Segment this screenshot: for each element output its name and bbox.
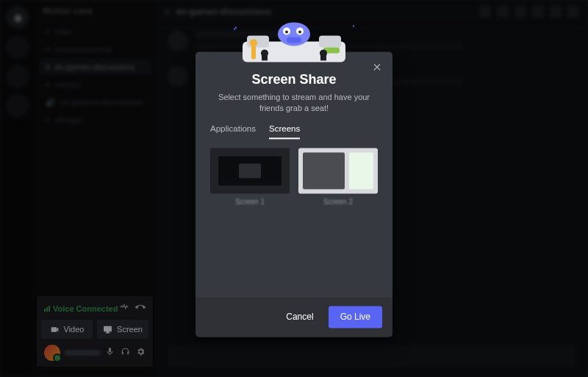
- screens-grid: Screen 1 Screen 2: [207, 147, 381, 214]
- modal-footer: Cancel Go Live: [196, 298, 392, 337]
- screen-label: Screen 1: [210, 198, 290, 207]
- screen-thumbnail: [298, 148, 378, 194]
- screen-share-modal: Screen Share Select something to stream …: [196, 51, 392, 337]
- screen-label: Screen 2: [298, 198, 378, 207]
- screen-option[interactable]: Screen 2: [298, 148, 378, 207]
- tab-applications[interactable]: Applications: [210, 125, 256, 140]
- cancel-button[interactable]: Cancel: [277, 306, 322, 328]
- close-icon: [371, 61, 383, 73]
- go-live-button[interactable]: Go Live: [329, 306, 382, 328]
- close-button[interactable]: [369, 59, 385, 75]
- screen-option[interactable]: Screen 1: [210, 148, 290, 207]
- modal-subtitle: Select something to stream and have your…: [217, 92, 371, 115]
- screen-thumbnail: [210, 148, 290, 194]
- modal-title: Screen Share: [207, 72, 381, 87]
- modal-tabs: Applications Screens: [207, 125, 381, 140]
- tab-screens[interactable]: Screens: [269, 125, 300, 140]
